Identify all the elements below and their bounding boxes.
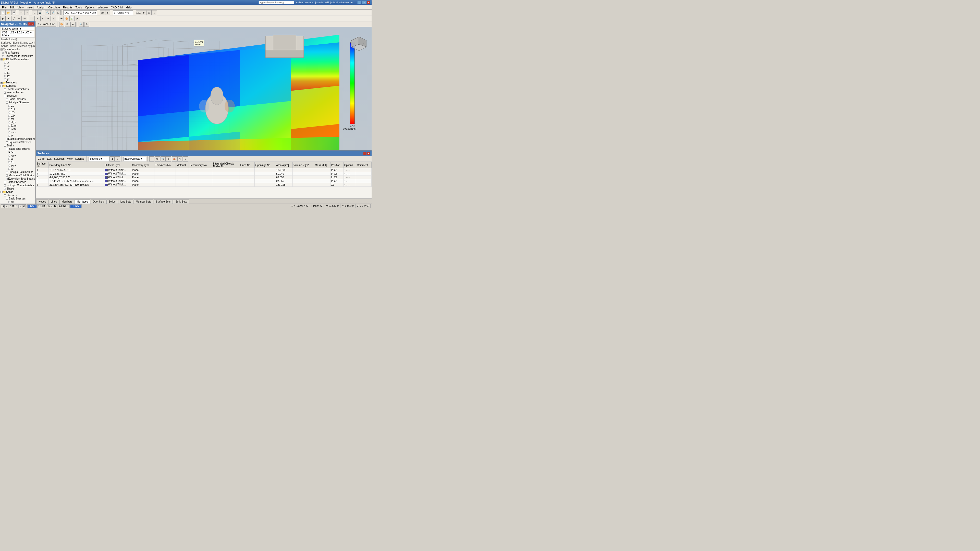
grid-button[interactable]: ⊞: [146, 10, 151, 15]
nav-sigma2plus[interactable]: σ2+: [0, 114, 35, 118]
nav-basic-stresses[interactable]: + Basic Stresses: [0, 97, 35, 101]
nav-sigma2minus[interactable]: σ2-: [0, 111, 35, 114]
nav-exx-plus[interactable]: ● εx+: [0, 151, 35, 154]
filter-button[interactable]: 🔍: [161, 156, 165, 162]
nav-principal-total-strains[interactable]: + Principal Total Strains: [0, 170, 35, 174]
nav-ez-minus[interactable]: εz-: [0, 157, 35, 160]
member-button[interactable]: ═: [17, 16, 22, 21]
nav-gz[interactable]: φz: [0, 78, 35, 81]
tab-line-sets[interactable]: Line Sets: [118, 200, 134, 203]
nav-taumax[interactable]: τmax: [0, 130, 35, 134]
nav-uy[interactable]: uy: [0, 64, 35, 68]
menu-options[interactable]: Options: [83, 6, 96, 9]
maximize-button[interactable]: □: [362, 1, 366, 4]
zoom-in-button[interactable]: 🔍: [45, 10, 50, 15]
nav-ux[interactable]: ux: [0, 61, 35, 64]
vp-zoom-button[interactable]: 🔍: [79, 22, 84, 27]
zoom-all-button[interactable]: ⊞: [56, 10, 61, 15]
load-combo-dropdown[interactable]: CO2 - LC1 + LC2 + LC3 + LC4: [63, 11, 97, 15]
menu-help[interactable]: Help: [124, 6, 133, 9]
nav-stresses[interactable]: - Stresses: [0, 94, 35, 97]
node-button[interactable]: ●: [6, 16, 11, 21]
nav-local-deformations[interactable]: + Local Deformations: [0, 87, 35, 91]
nav-equiv-total-strains[interactable]: + Equivalent Total Strains: [0, 177, 35, 180]
nav-surfaces[interactable]: - 📁 Surfaces: [0, 84, 35, 87]
osnap-button-status[interactable]: OSNAP: [70, 204, 82, 208]
tab-nodes[interactable]: Nodes: [36, 200, 48, 203]
table-row[interactable]: 1 16,17,28,65-47,18 Without Thick... Pla…: [36, 168, 372, 172]
nav-isotropic[interactable]: + Isotropic Characteristics: [0, 184, 35, 187]
panel-settings[interactable]: Settings: [74, 157, 85, 160]
structure-filter[interactable]: Structure ▼: [89, 157, 109, 161]
nav-basic-total-strains[interactable]: - Basic Total Strains: [0, 147, 35, 151]
nav-contact-stresses[interactable]: + Contact Stresses: [0, 180, 35, 184]
table-row[interactable]: 4 19-26,36-45,27 Without Thick... Plane …: [36, 172, 372, 176]
line-button[interactable]: ╱: [11, 16, 16, 21]
search-box[interactable]: Type a keyword (Alt+Q): [259, 1, 294, 4]
bgrid-button-status[interactable]: BGRID: [47, 204, 57, 208]
menu-tools[interactable]: Tools: [74, 6, 83, 9]
page-last-button[interactable]: ▶|: [22, 204, 26, 208]
nav-shape[interactable]: + Shape: [0, 187, 35, 190]
page-next-button[interactable]: ▶: [19, 204, 22, 208]
snap-button-status[interactable]: SNAP: [27, 204, 37, 208]
display-toggle-button[interactable]: 👁: [59, 16, 64, 21]
snap-button[interactable]: ✚: [141, 10, 146, 15]
tab-solid-sets[interactable]: Solid Sets: [173, 200, 189, 203]
color-button[interactable]: 🎨: [64, 16, 69, 21]
print-button[interactable]: 🖨: [32, 10, 37, 15]
nav-type-of-results[interactable]: - Type of results: [0, 48, 35, 51]
view-back-button[interactable]: B: [35, 16, 40, 21]
vp-rotate-button[interactable]: ↻: [84, 22, 89, 27]
nav-principal-stresses[interactable]: - Principal Stresses: [0, 101, 35, 104]
nav-theta2m[interactable]: θ2m: [0, 127, 35, 130]
load-combo-nav-dropdown[interactable]: CO2 - LC1 + LC2 + LC3 + LC4 ▼: [1, 31, 34, 37]
grid-button-status[interactable]: GRID: [37, 204, 46, 208]
save-button[interactable]: 💾: [11, 10, 16, 15]
nav-global-deformations[interactable]: - 📁 Global Deformations: [0, 58, 35, 61]
nav-members[interactable]: + 📁 Members: [0, 81, 35, 84]
vp-solid-button[interactable]: ■: [70, 22, 76, 27]
glines-button-status[interactable]: GLINES: [58, 204, 70, 208]
undo-button[interactable]: ↩: [19, 10, 24, 15]
view-right-button[interactable]: R: [46, 16, 51, 21]
export-button[interactable]: 📤: [172, 156, 177, 162]
add-row-button[interactable]: +: [149, 156, 154, 162]
screenshot-button[interactable]: 📷: [37, 10, 42, 15]
view-label[interactable]: 1 - Global XYZ: [113, 11, 133, 15]
tab-lines[interactable]: Lines: [48, 200, 59, 203]
animation-button[interactable]: ▶: [75, 16, 80, 21]
menu-window[interactable]: Window: [96, 6, 109, 9]
rotate-button[interactable]: ↻: [152, 10, 157, 15]
view-front-button[interactable]: F: [30, 16, 35, 21]
nav-eyy-plus[interactable]: εyy+: [0, 154, 35, 157]
tab-surfaces[interactable]: Surfaces: [75, 200, 90, 203]
panel-minimize-button[interactable]: _: [363, 152, 366, 155]
table-row[interactable]: 5 4-9,268,37-58,270 Without Thick... Pla…: [36, 176, 372, 179]
nav-sigma1plus[interactable]: σ1+: [0, 107, 35, 111]
basic-objects-dropdown[interactable]: Basic Objects ▼: [123, 157, 146, 161]
table-row[interactable]: 7 273,274,388,403-397,470-459,275 Withou…: [36, 183, 372, 186]
panel-edit[interactable]: Edit: [46, 157, 52, 160]
menu-view[interactable]: View: [16, 6, 25, 9]
page-first-button[interactable]: |◀: [1, 204, 5, 208]
view3d-button[interactable]: 3D: [100, 10, 105, 15]
nav-solids[interactable]: - 📁 Solids: [0, 190, 35, 194]
redo-button[interactable]: ↪: [24, 10, 29, 15]
nav-final-results[interactable]: Final Results: [0, 51, 35, 54]
static-analysis-dropdown[interactable]: Static Analysis ▼: [1, 27, 34, 30]
nav-close-button[interactable]: ×: [31, 22, 34, 25]
panel-goto[interactable]: Go To: [37, 157, 46, 160]
menu-assign[interactable]: Assign: [35, 6, 47, 9]
delete-row-button[interactable]: 🗑: [155, 156, 160, 162]
menu-cadbim[interactable]: CAD-BIM: [109, 6, 124, 9]
panel-selection[interactable]: Selection: [53, 157, 65, 160]
menu-results[interactable]: Results: [62, 6, 74, 9]
surface-button[interactable]: ▭: [22, 16, 27, 21]
table-row[interactable]: 6 1,2,14,271,70-65,28,13,69,262,263,2...…: [36, 179, 372, 183]
menu-insert[interactable]: Insert: [25, 6, 35, 9]
tab-openings[interactable]: Openings: [91, 200, 106, 203]
results-button[interactable]: 📊: [69, 16, 75, 21]
panel-close-button[interactable]: ×: [367, 152, 370, 155]
nav-solid-sx[interactable]: σx: [0, 200, 35, 203]
